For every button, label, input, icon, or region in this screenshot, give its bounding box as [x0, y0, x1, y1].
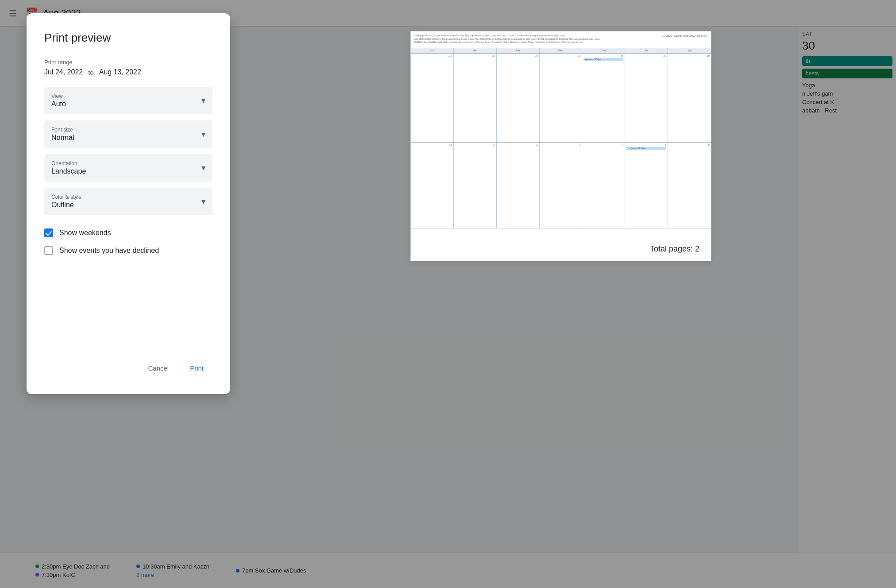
modal-overlay: Print preview Print range Jul 24, 2022 t… — [0, 0, 896, 588]
font-size-arrow-icon: ▾ — [201, 129, 205, 139]
from-date: Jul 24, 2022 — [44, 68, 83, 76]
print-preview-dialog: Print preview Print range Jul 24, 2022 t… — [27, 13, 230, 394]
show-declined-row[interactable]: Show events you have declined — [44, 246, 212, 255]
color-style-value: Outline — [51, 201, 81, 209]
preview-day-29: 29 — [625, 54, 668, 142]
preview-col-sun: Sun — [411, 48, 454, 53]
view-dropdown[interactable]: View Auto ▾ — [44, 87, 212, 114]
show-weekends-checkbox[interactable] — [44, 228, 53, 237]
date-range-row: Jul 24, 2022 to Aug 13, 2022 — [44, 68, 212, 76]
print-range-section: Print range Jul 24, 2022 to Aug 13, 2022 — [44, 59, 212, 76]
font-size-dropdown[interactable]: Font size Normal ▾ — [44, 120, 212, 148]
preview-col-wed: Wed — [540, 48, 583, 53]
preview-day-28: 28 New moon 9:55pm — [582, 54, 625, 142]
preview-day-27: 27 — [540, 54, 583, 142]
preview-day-4: 4 — [582, 143, 625, 228]
dialog-title: Print preview — [44, 31, 212, 45]
preview-event-newmoon: New moon 9:55pm — [583, 58, 623, 61]
show-weekends-label: Show weekends — [59, 229, 111, 237]
font-size-value: Normal — [51, 134, 74, 142]
preview-day-6: 6 — [668, 143, 711, 228]
print-preview-area: Jul 2022 (Coordinated Universal Time) in… — [226, 13, 896, 588]
preview-day-3: 3 — [540, 143, 583, 228]
preview-days-header: Sun Mon Tue Wed Thu Fri Sat — [411, 48, 711, 54]
color-style-field-inner: Color & style Outline — [51, 194, 81, 209]
print-range-label: Print range — [44, 59, 212, 66]
preview-day-30: 30 — [668, 54, 711, 142]
view-arrow-icon: ▾ — [201, 96, 205, 105]
print-button[interactable]: Print — [181, 360, 212, 376]
action-row: Cancel Print — [44, 360, 212, 376]
preview-day-25: 25 — [454, 54, 497, 142]
view-field-inner: View Auto — [51, 93, 66, 108]
preview-col-thu: Thu — [582, 48, 625, 53]
color-style-arrow-icon: ▾ — [201, 197, 205, 206]
preview-event-quarter: 1st Quarter 11:06am — [626, 147, 666, 150]
preview-month-label: Jul 2022 (Coordinated Universal Time) — [662, 34, 707, 38]
color-style-dropdown[interactable]: Color & style Outline ▾ — [44, 188, 212, 215]
view-value: Auto — [51, 100, 66, 108]
to-date: Aug 13, 2022 — [99, 68, 141, 76]
font-size-label: Font size — [51, 127, 74, 133]
preview-paper: Jul 2022 (Coordinated Universal Time) in… — [410, 31, 711, 261]
preview-col-sat: Sat — [668, 48, 711, 53]
cancel-button[interactable]: Cancel — [139, 360, 178, 376]
preview-col-mon: Mon — [454, 48, 497, 53]
show-weekends-row[interactable]: Show weekends — [44, 228, 212, 237]
preview-week-1: 24 25 26 27 28 New moon 9:55pm 29 — [411, 54, 711, 142]
orientation-arrow-icon: ▾ — [201, 163, 205, 173]
show-declined-checkbox[interactable] — [44, 246, 53, 255]
orientation-dropdown[interactable]: Orientation Landscape ▾ — [44, 154, 212, 182]
preview-day-2: 2 — [497, 143, 540, 228]
orientation-value: Landscape — [51, 167, 86, 175]
preview-total-pages: Total pages: 2 — [643, 242, 707, 256]
date-to-separator: to — [88, 69, 94, 76]
preview-col-tue: Tue — [497, 48, 540, 53]
preview-day-24: 24 — [411, 54, 454, 142]
view-label: View — [51, 93, 66, 99]
preview-week-2: 31 1 2 3 4 5 1st Quarter 11:06am — [411, 142, 711, 228]
show-declined-label: Show events you have declined — [59, 247, 159, 255]
preview-col-fri: Fri — [625, 48, 668, 53]
orientation-field-inner: Orientation Landscape — [51, 160, 86, 175]
orientation-label: Orientation — [51, 160, 86, 166]
preview-header-info: Jul 2022 (Coordinated Universal Time) in… — [411, 31, 711, 48]
preview-day-5: 5 1st Quarter 11:06am — [625, 143, 668, 228]
font-size-field-inner: Font size Normal — [51, 127, 74, 142]
color-style-label: Color & style — [51, 194, 81, 200]
preview-day-1: 1 — [454, 143, 497, 228]
preview-day-31: 31 — [411, 143, 454, 228]
preview-day-26: 26 — [497, 54, 540, 142]
